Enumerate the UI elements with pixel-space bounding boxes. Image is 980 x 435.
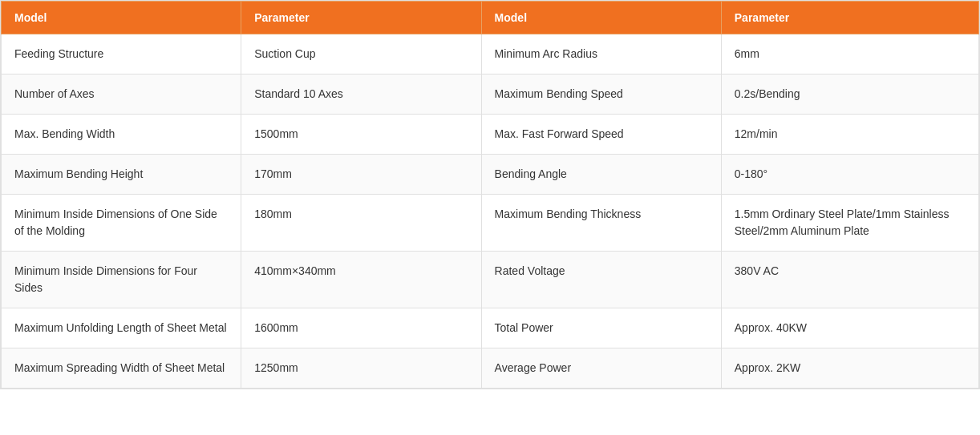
cell-param-left: Suction Cup bbox=[241, 34, 481, 75]
cell-model-right: Rated Voltage bbox=[481, 252, 721, 308]
cell-model-left: Minimum Inside Dimensions for Four Sides bbox=[2, 252, 241, 308]
cell-param-left: 410mm×340mm bbox=[241, 252, 481, 308]
specs-table-container: Model Parameter Model Parameter Feeding … bbox=[0, 0, 980, 389]
cell-param-left: 180mm bbox=[241, 195, 481, 252]
cell-param-right: 380V AC bbox=[721, 252, 978, 308]
cell-param-right: 0.2s/Bending bbox=[721, 75, 978, 115]
table-row: Max. Bending Width1500mmMax. Fast Forwar… bbox=[2, 115, 979, 155]
table-row: Number of AxesStandard 10 AxesMaximum Be… bbox=[2, 75, 979, 115]
cell-model-left: Maximum Unfolding Length of Sheet Metal bbox=[2, 308, 241, 348]
cell-param-left: 170mm bbox=[241, 155, 481, 195]
cell-model-left: Minimum Inside Dimensions of One Side of… bbox=[2, 195, 241, 252]
cell-param-right: Approx. 40KW bbox=[721, 308, 978, 348]
cell-model-left: Maximum Bending Height bbox=[2, 155, 241, 195]
cell-model-left: Max. Bending Width bbox=[2, 115, 241, 155]
cell-model-right: Maximum Bending Speed bbox=[481, 75, 721, 115]
cell-model-left: Number of Axes bbox=[2, 75, 241, 115]
header-param-right: Parameter bbox=[721, 2, 978, 34]
cell-model-right: Minimum Arc Radius bbox=[481, 34, 721, 75]
cell-param-right: 6mm bbox=[721, 34, 978, 75]
cell-model-right: Bending Angle bbox=[481, 155, 721, 195]
cell-param-left: 1250mm bbox=[241, 348, 481, 389]
header-model-right: Model bbox=[481, 2, 721, 34]
table-row: Maximum Unfolding Length of Sheet Metal1… bbox=[2, 308, 979, 348]
cell-model-right: Total Power bbox=[481, 308, 721, 348]
table-row: Minimum Inside Dimensions of One Side of… bbox=[2, 195, 979, 252]
cell-model-left: Maximum Spreading Width of Sheet Metal bbox=[2, 348, 241, 389]
cell-param-right: 12m/min bbox=[721, 115, 978, 155]
table-body: Feeding StructureSuction CupMinimum Arc … bbox=[2, 34, 979, 389]
header-param-left: Parameter bbox=[241, 2, 481, 34]
table-row: Maximum Bending Height170mmBending Angle… bbox=[2, 155, 979, 195]
cell-param-left: 1600mm bbox=[241, 308, 481, 348]
table-row: Feeding StructureSuction CupMinimum Arc … bbox=[2, 34, 979, 75]
cell-param-right: Approx. 2KW bbox=[721, 348, 978, 389]
cell-model-right: Maximum Bending Thickness bbox=[481, 195, 721, 252]
cell-model-left: Feeding Structure bbox=[2, 34, 241, 75]
table-row: Minimum Inside Dimensions for Four Sides… bbox=[2, 252, 979, 308]
cell-model-right: Average Power bbox=[481, 348, 721, 389]
cell-param-left: 1500mm bbox=[241, 115, 481, 155]
table-row: Maximum Spreading Width of Sheet Metal12… bbox=[2, 348, 979, 389]
specs-table: Model Parameter Model Parameter Feeding … bbox=[1, 1, 979, 389]
cell-param-left: Standard 10 Axes bbox=[241, 75, 481, 115]
cell-param-right: 1.5mm Ordinary Steel Plate/1mm Stainless… bbox=[721, 195, 978, 252]
header-model-left: Model bbox=[2, 2, 241, 34]
cell-model-right: Max. Fast Forward Speed bbox=[481, 115, 721, 155]
cell-param-right: 0-180° bbox=[721, 155, 978, 195]
header-row: Model Parameter Model Parameter bbox=[2, 2, 979, 34]
